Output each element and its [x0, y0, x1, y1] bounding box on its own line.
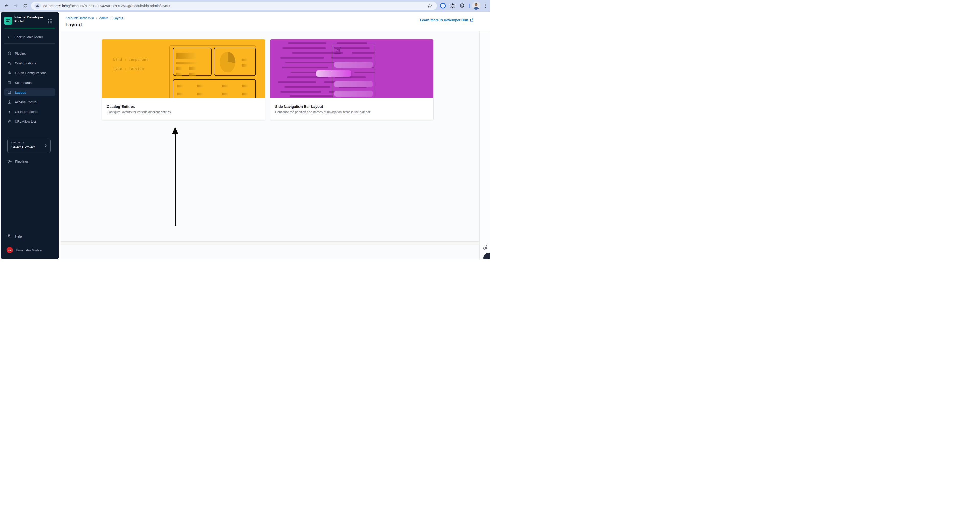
project-label: PROJECT: [11, 141, 24, 144]
arrow-left-icon: [7, 35, 11, 39]
sidebar-item-access-control[interactable]: Access Control: [4, 98, 56, 106]
breadcrumb-separator: ›: [110, 16, 111, 20]
corner-widget[interactable]: [484, 253, 490, 260]
forward-button[interactable]: [11, 1, 20, 10]
sidebar-item-label: Plugins: [15, 52, 26, 56]
sidebar-item-label: Access Control: [15, 100, 37, 104]
plugin-icon: [7, 51, 11, 56]
breadcrumb-account-link[interactable]: Account: Harness.io: [65, 16, 94, 20]
browser-profile-avatar[interactable]: [472, 2, 480, 10]
help-item[interactable]: ? Help: [4, 232, 22, 240]
browser-menu-button[interactable]: [483, 2, 488, 10]
browser-toolbar: qa.harness.io/ng/account/zEaak-FLS425IEO…: [0, 0, 490, 12]
card-catalog-entities[interactable]: kind : component type : service: [102, 39, 265, 120]
sidebar-wireframe-logo: [334, 47, 341, 54]
sidenav-illustration: [270, 39, 433, 98]
sidebar-item-plugins[interactable]: Plugins: [4, 50, 56, 57]
card-side-navigation-layout[interactable]: Side Navigation Bar Layout Configure the…: [270, 39, 434, 120]
lock-icon: [7, 71, 11, 75]
apps-grid-icon[interactable]: [48, 19, 52, 24]
sidebar-item-pipelines[interactable]: Pipelines: [4, 158, 29, 165]
teal-divider: [4, 28, 55, 29]
pie-chart-shape: [220, 52, 235, 72]
back-to-main-menu-label: Back to Main Menu: [14, 35, 43, 39]
breadcrumb-current-link[interactable]: Layout: [113, 16, 123, 20]
sidebar-item-label: OAuth Configurations: [15, 71, 46, 75]
help-chat-icon: ?: [7, 234, 12, 238]
person-icon: [7, 100, 11, 104]
breadcrumb-admin-link[interactable]: Admin: [99, 16, 108, 20]
reload-button[interactable]: [21, 1, 30, 10]
tab-group-indicator: [469, 3, 470, 8]
product-title: Internal Developer Portal: [14, 15, 47, 24]
sidebar-item-label: Configurations: [15, 61, 36, 65]
back-button[interactable]: [2, 1, 11, 10]
layout-icon: [7, 90, 11, 94]
scorecard-icon: [7, 80, 11, 85]
sidebar-item-git-integrations[interactable]: Git Integrations: [4, 108, 56, 115]
sidebar-item-label: URL Allow List: [15, 120, 36, 123]
page-title: Layout: [65, 22, 82, 28]
content-area: kind : component type : service: [60, 31, 479, 260]
external-link-icon: [470, 18, 474, 22]
breadcrumb: Account: Harness.io › Admin › Layout: [65, 16, 123, 20]
nav-item-placeholder: [334, 62, 372, 68]
chat-bubbles-icon[interactable]: [482, 244, 488, 250]
sidebar-item-configurations[interactable]: Configurations: [4, 59, 56, 67]
page-header: Account: Harness.io › Admin › Layout Lay…: [60, 11, 490, 31]
learn-more-link[interactable]: Learn more in Developer Hub: [420, 18, 474, 22]
url-bar[interactable]: qa.harness.io/ng/account/zEaak-FLS425IEO…: [31, 2, 437, 10]
sidebar-divider: [4, 43, 55, 44]
gears-icon: [7, 61, 11, 65]
extension-burst-icon[interactable]: [449, 2, 456, 10]
harness-idp-logo[interactable]: [4, 17, 12, 25]
user-item[interactable]: HM Himanshu Mishra: [4, 246, 41, 254]
sidebar-item-label: Pipelines: [15, 160, 29, 163]
learn-more-label: Learn more in Developer Hub: [420, 18, 468, 22]
svg-text:?: ?: [9, 235, 10, 236]
breadcrumb-separator: ›: [96, 16, 97, 20]
right-rail: [479, 31, 490, 260]
nav-item-placeholder-dragged: [317, 70, 351, 77]
annotation-arrow-up: [172, 127, 178, 226]
chevron-right-icon: [44, 144, 48, 148]
sidebar-item-label: Scorecards: [15, 81, 32, 85]
user-name: Himanshu Mishra: [16, 248, 41, 252]
link-icon: [7, 120, 11, 123]
footer-band: [60, 241, 479, 245]
project-selector[interactable]: PROJECT Select a Project: [7, 139, 51, 153]
sidebar-item-layout[interactable]: Layout: [4, 88, 56, 96]
catalog-illustration: kind : component type : service: [102, 39, 265, 98]
site-settings-icon[interactable]: [35, 3, 41, 9]
user-avatar: HM: [6, 247, 13, 253]
help-label: Help: [15, 235, 22, 238]
project-value: Select a Project: [11, 145, 35, 149]
catalog-code-line-2: type : service: [113, 67, 144, 70]
wireframe-card-right: [214, 48, 256, 76]
wireframe-table: [173, 79, 256, 98]
pipelines-icon: [7, 159, 12, 164]
sidebar: Internal Developer Portal Back to Main M…: [0, 12, 59, 259]
card-description: Configure layouts for various different …: [107, 110, 171, 114]
extension-1password-icon[interactable]: [439, 2, 447, 10]
git-branch-icon: [7, 110, 11, 114]
card-description: Configure the position and names of navi…: [275, 110, 370, 114]
bookmark-star-icon[interactable]: [427, 3, 432, 8]
sidebar-item-scorecards[interactable]: Scorecards: [4, 79, 56, 86]
card-title: Catalog Entities: [107, 105, 135, 109]
nav-item-placeholder: [334, 91, 372, 97]
sidebar-item-label: Layout: [15, 91, 26, 94]
nav-item-placeholder: [334, 81, 372, 87]
browser-window: qa.harness.io/ng/account/zEaak-FLS425IEO…: [0, 0, 490, 260]
url-text: qa.harness.io/ng/account/zEaak-FLS425IEO…: [43, 4, 170, 8]
extensions-puzzle-icon[interactable]: [458, 2, 466, 10]
card-title: Side Navigation Bar Layout: [275, 105, 323, 109]
sidebar-item-label: Git Integrations: [15, 110, 37, 114]
catalog-code-line-1: kind : component: [113, 57, 148, 62]
wireframe-card-left: [173, 48, 212, 76]
back-to-main-menu[interactable]: Back to Main Menu: [4, 34, 43, 40]
sidebar-item-oauth-configurations[interactable]: OAuth Configurations: [4, 69, 56, 77]
sidebar-item-url-allow-list[interactable]: URL Allow List: [4, 118, 56, 125]
